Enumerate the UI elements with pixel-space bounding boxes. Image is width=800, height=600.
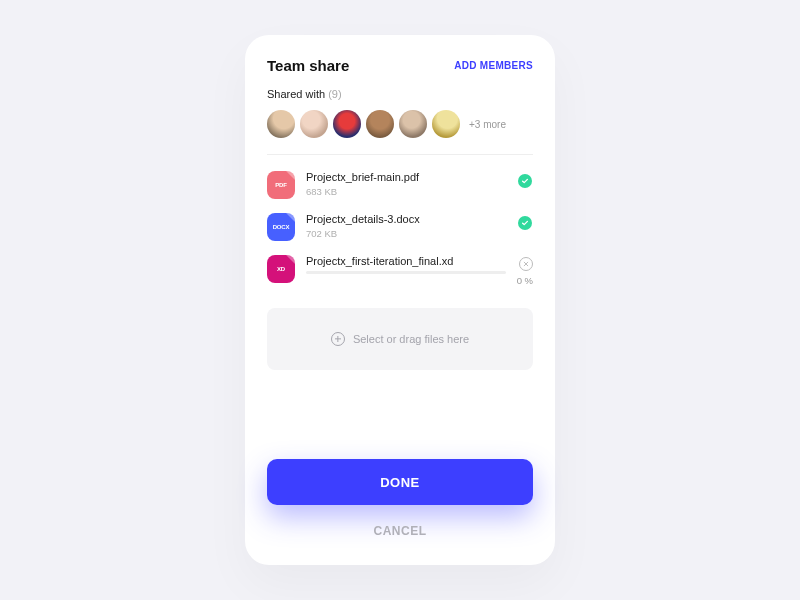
dialog-header: Team share ADD MEMBERS	[267, 57, 533, 74]
shared-with-label: Shared with (9)	[267, 88, 533, 100]
avatar[interactable]	[333, 110, 361, 138]
plus-circle-icon	[331, 332, 345, 346]
team-share-dialog: Team share ADD MEMBERS Shared with (9) +…	[245, 35, 555, 565]
file-size: 683 KB	[306, 186, 506, 197]
cancel-upload-button[interactable]	[519, 257, 533, 271]
add-members-button[interactable]: ADD MEMBERS	[454, 60, 533, 71]
file-row: PDF Projectx_brief-main.pdf 683 KB	[267, 171, 533, 199]
check-icon	[518, 174, 532, 188]
avatar-row: +3 more	[267, 110, 533, 155]
file-name: Projectx_first-iteration_final.xd	[306, 255, 506, 267]
file-meta: Projectx_details-3.docx 702 KB	[306, 213, 506, 239]
dialog-title: Team share	[267, 57, 349, 74]
progress-percent: 0 %	[517, 275, 533, 286]
upload-progress	[306, 271, 506, 274]
file-meta: Projectx_first-iteration_final.xd	[306, 255, 506, 274]
file-type-icon: PDF	[267, 171, 295, 199]
file-status	[517, 173, 533, 189]
file-name: Projectx_brief-main.pdf	[306, 171, 506, 183]
file-type-icon: DOCX	[267, 213, 295, 241]
avatar-more[interactable]: +3 more	[469, 119, 506, 130]
file-status	[517, 215, 533, 231]
file-row: DOCX Projectx_details-3.docx 702 KB	[267, 213, 533, 241]
progress-bar	[306, 271, 506, 274]
dropzone-label: Select or drag files here	[353, 333, 469, 345]
dialog-actions: DONE CANCEL	[267, 459, 533, 547]
shared-with-text: Shared with	[267, 88, 325, 100]
file-dropzone[interactable]: Select or drag files here	[267, 308, 533, 370]
avatar[interactable]	[267, 110, 295, 138]
avatar[interactable]	[366, 110, 394, 138]
avatar[interactable]	[300, 110, 328, 138]
avatar[interactable]	[399, 110, 427, 138]
check-icon	[518, 216, 532, 230]
done-button[interactable]: DONE	[267, 459, 533, 505]
cancel-button[interactable]: CANCEL	[267, 515, 533, 547]
file-type-icon: XD	[267, 255, 295, 283]
file-meta: Projectx_brief-main.pdf 683 KB	[306, 171, 506, 197]
file-row: XD Projectx_first-iteration_final.xd 0 %	[267, 255, 533, 286]
file-size: 702 KB	[306, 228, 506, 239]
file-name: Projectx_details-3.docx	[306, 213, 506, 225]
shared-with-count: (9)	[328, 88, 341, 100]
avatar[interactable]	[432, 110, 460, 138]
file-list: PDF Projectx_brief-main.pdf 683 KB DOCX …	[267, 171, 533, 286]
